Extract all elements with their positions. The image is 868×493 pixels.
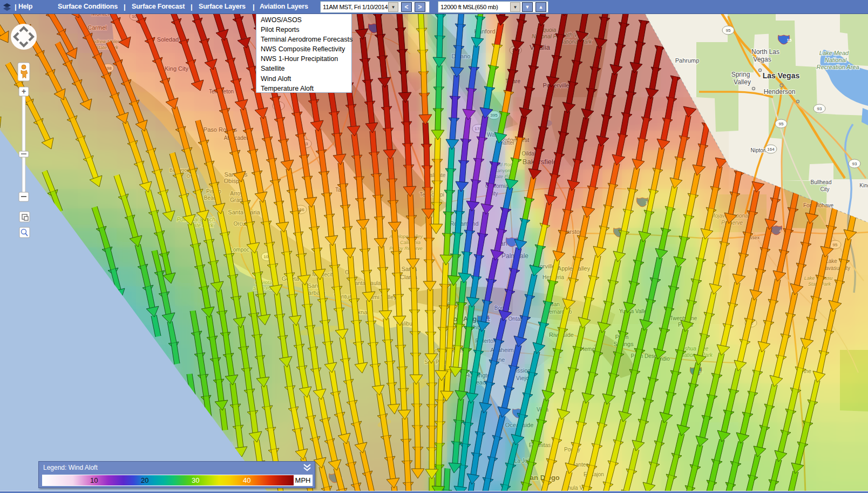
svg-text:Bullhead: Bullhead <box>811 179 832 185</box>
svg-text:Henderson: Henderson <box>764 88 796 96</box>
svg-text:95: 95 <box>726 28 731 33</box>
svg-text:+: + <box>22 87 26 96</box>
svg-text:95: 95 <box>779 121 784 126</box>
svg-text:15: 15 <box>787 38 792 43</box>
svg-text:Kingman: Kingman <box>859 183 868 188</box>
svg-text:Recreation Area: Recreation Area <box>816 64 859 70</box>
svg-text:Pahrump: Pahrump <box>675 57 700 64</box>
svg-text:City: City <box>820 186 829 192</box>
svg-text:Lake Mead: Lake Mead <box>819 50 849 56</box>
svg-text:National: National <box>825 57 847 63</box>
svg-text:Las Vegas: Las Vegas <box>763 71 800 80</box>
svg-text:Nipton: Nipton <box>751 147 767 153</box>
svg-text:Vegas: Vegas <box>753 56 771 63</box>
svg-text:Spring: Spring <box>731 71 750 78</box>
svg-text:164: 164 <box>767 147 775 152</box>
svg-text:Valley: Valley <box>734 78 751 86</box>
svg-text:North Las: North Las <box>751 48 779 56</box>
svg-text:93: 93 <box>817 106 822 111</box>
svg-text:93: 93 <box>852 161 857 166</box>
